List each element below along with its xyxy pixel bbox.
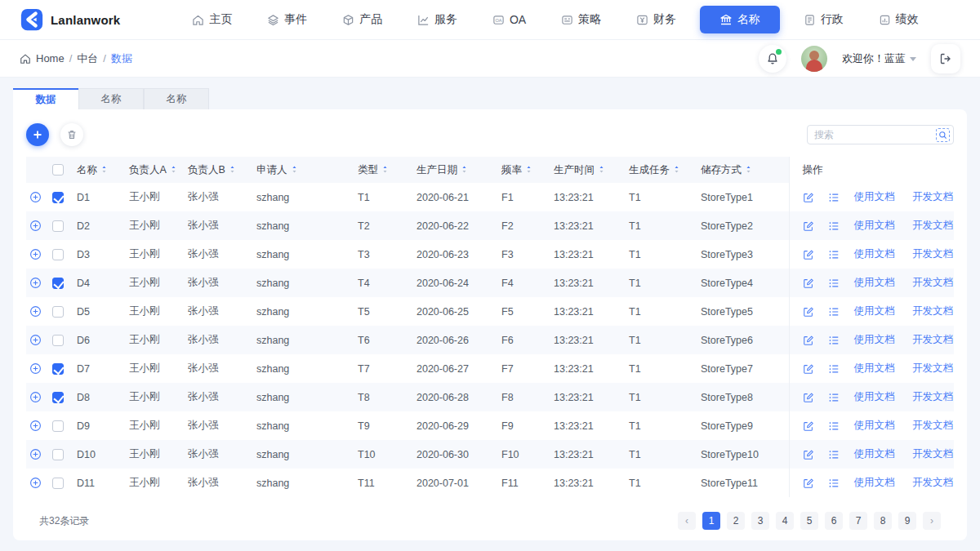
edit-icon[interactable]: [803, 478, 814, 489]
row-checkbox[interactable]: [52, 420, 64, 432]
expand-row-icon[interactable]: [29, 362, 42, 375]
sort-icon[interactable]: [229, 165, 236, 174]
search-input[interactable]: [814, 129, 936, 140]
col-owner-b[interactable]: 负责人B: [185, 157, 253, 183]
page-button-5[interactable]: 5: [800, 512, 818, 530]
sort-icon[interactable]: [381, 165, 389, 174]
sort-icon[interactable]: [525, 165, 532, 174]
col-name[interactable]: 名称: [74, 157, 126, 183]
usage-doc-link[interactable]: 使用文档: [853, 334, 894, 345]
edit-icon[interactable]: [803, 363, 814, 375]
edit-icon[interactable]: [803, 306, 814, 318]
logout-button[interactable]: [931, 44, 960, 73]
expand-row-icon[interactable]: [29, 248, 42, 260]
user-menu[interactable]: 欢迎你！蓝蓝: [842, 51, 916, 66]
usage-doc-link[interactable]: 使用文档: [853, 220, 894, 231]
sort-icon[interactable]: [291, 165, 298, 174]
expand-row-icon[interactable]: [29, 477, 42, 489]
tab-data[interactable]: 数据: [13, 88, 78, 109]
list-icon[interactable]: [828, 306, 840, 318]
delete-button[interactable]: [60, 123, 83, 146]
nav-item-admin[interactable]: 行政: [792, 7, 855, 33]
sort-icon[interactable]: [170, 165, 177, 174]
row-checkbox[interactable]: [52, 306, 64, 318]
nav-item-names[interactable]: 名称: [700, 6, 780, 33]
nav-item-home[interactable]: 主页: [180, 7, 243, 33]
breadcrumb-home[interactable]: Home: [36, 52, 65, 64]
dev-doc-link[interactable]: 开发文档: [912, 191, 953, 202]
page-button-4[interactable]: 4: [776, 512, 794, 530]
list-icon[interactable]: [828, 392, 840, 403]
row-checkbox[interactable]: [52, 249, 64, 260]
page-button-2[interactable]: 2: [727, 512, 745, 530]
select-all-checkbox[interactable]: [52, 164, 64, 176]
edit-icon[interactable]: [803, 392, 814, 403]
nav-item-services[interactable]: 服务: [406, 7, 469, 33]
list-icon[interactable]: [828, 478, 840, 489]
dev-doc-link[interactable]: 开发文档: [912, 220, 953, 231]
sort-icon[interactable]: [100, 165, 108, 174]
edit-icon[interactable]: [803, 192, 814, 203]
col-gen-task[interactable]: 生成任务: [626, 157, 697, 183]
edit-icon[interactable]: [803, 335, 814, 346]
col-type[interactable]: 类型: [354, 157, 413, 183]
breadcrumb-middle[interactable]: 中台: [77, 51, 98, 66]
col-applicant[interactable]: 申请人: [253, 157, 354, 183]
page-button-6[interactable]: 6: [825, 512, 843, 530]
page-button-1[interactable]: 1: [702, 512, 720, 530]
row-checkbox[interactable]: [52, 478, 64, 489]
expand-row-icon[interactable]: [29, 191, 42, 203]
dev-doc-link[interactable]: 开发文档: [912, 305, 953, 317]
edit-icon[interactable]: [803, 420, 814, 432]
row-checkbox[interactable]: [52, 392, 64, 403]
usage-doc-link[interactable]: 使用文档: [853, 305, 894, 317]
usage-doc-link[interactable]: 使用文档: [853, 448, 894, 460]
list-icon[interactable]: [828, 363, 840, 375]
sort-icon[interactable]: [673, 165, 680, 174]
brand-logo[interactable]: Lanlanwork: [20, 7, 142, 32]
page-button-8[interactable]: 8: [874, 512, 892, 530]
add-button[interactable]: [26, 123, 49, 146]
expand-row-icon[interactable]: [29, 391, 42, 403]
col-prod-time[interactable]: 生产时间: [550, 157, 626, 183]
avatar[interactable]: [801, 46, 827, 72]
page-button-7[interactable]: 7: [849, 512, 867, 530]
row-checkbox[interactable]: [52, 335, 64, 346]
nav-item-oa[interactable]: OA OA: [481, 7, 537, 32]
list-icon[interactable]: [828, 449, 840, 460]
row-checkbox[interactable]: [52, 278, 64, 289]
dev-doc-link[interactable]: 开发文档: [912, 477, 953, 488]
dev-doc-link[interactable]: 开发文档: [912, 420, 953, 431]
expand-row-icon[interactable]: [29, 277, 42, 289]
tab-name-1[interactable]: 名称: [78, 88, 144, 109]
row-checkbox[interactable]: [52, 449, 64, 460]
col-owner-a[interactable]: 负责人A: [126, 157, 185, 183]
edit-icon[interactable]: [803, 220, 814, 232]
col-prod-date[interactable]: 生产日期: [413, 157, 498, 183]
dev-doc-link[interactable]: 开发文档: [912, 448, 953, 460]
row-checkbox[interactable]: [52, 363, 64, 375]
edit-icon[interactable]: [803, 449, 814, 460]
dev-doc-link[interactable]: 开发文档: [912, 334, 953, 345]
expand-row-icon[interactable]: [29, 334, 42, 346]
nav-item-finance[interactable]: 财务: [625, 7, 688, 33]
dev-doc-link[interactable]: 开发文档: [912, 362, 953, 374]
next-page-button[interactable]: ›: [923, 512, 941, 530]
list-icon[interactable]: [828, 278, 840, 289]
usage-doc-link[interactable]: 使用文档: [853, 248, 894, 260]
list-icon[interactable]: [828, 220, 840, 232]
dev-doc-link[interactable]: 开发文档: [912, 391, 953, 402]
expand-row-icon[interactable]: [29, 420, 42, 432]
usage-doc-link[interactable]: 使用文档: [853, 277, 894, 288]
expand-row-icon[interactable]: [29, 220, 42, 232]
col-frequency[interactable]: 频率: [498, 157, 550, 183]
sort-icon[interactable]: [745, 165, 752, 174]
notification-bell-button[interactable]: [759, 45, 786, 73]
row-checkbox[interactable]: [52, 220, 64, 232]
expand-row-icon[interactable]: [29, 305, 42, 318]
sort-icon[interactable]: [598, 165, 605, 174]
nav-item-performance[interactable]: 绩效: [867, 7, 930, 33]
list-icon[interactable]: [828, 335, 840, 346]
page-button-9[interactable]: 9: [898, 512, 916, 530]
list-icon[interactable]: [828, 249, 840, 260]
